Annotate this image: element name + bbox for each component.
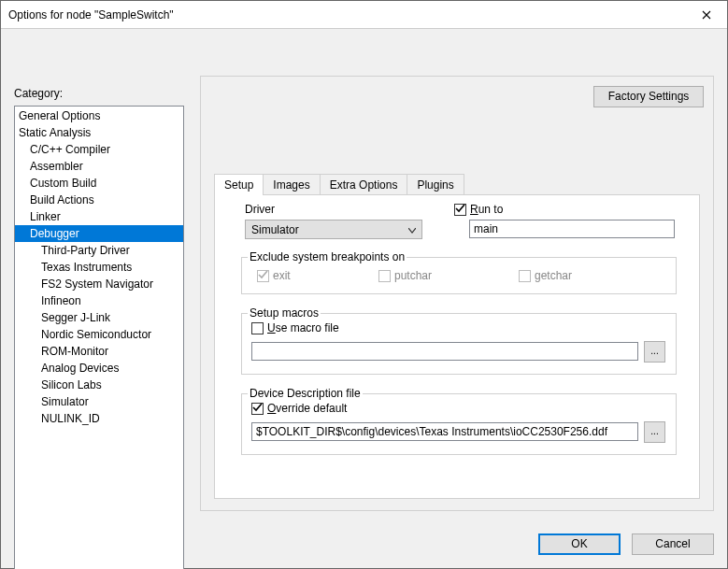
category-item[interactable]: Simulator bbox=[15, 393, 183, 410]
close-icon bbox=[702, 10, 711, 20]
category-item[interactable]: C/C++ Compiler bbox=[15, 141, 183, 158]
driver-dropdown[interactable]: Simulator bbox=[245, 220, 422, 239]
factory-settings-button[interactable]: Factory Settings bbox=[593, 86, 704, 107]
category-item[interactable]: Silicon Labs bbox=[15, 377, 183, 393]
bp-getchar-checkbox bbox=[519, 270, 531, 282]
category-item[interactable]: FS2 System Navigator bbox=[15, 276, 183, 292]
ok-button[interactable]: OK bbox=[538, 533, 621, 555]
category-item[interactable]: Segger J-Link bbox=[15, 309, 183, 326]
bp-getchar-label: getchar bbox=[535, 269, 572, 282]
tab-setup[interactable]: Setup bbox=[214, 174, 264, 195]
dialog-window: Options for node "SampleSwitch" Category… bbox=[0, 0, 728, 569]
category-item[interactable]: Nordic Semiconductor bbox=[15, 326, 183, 343]
exclude-breakpoints-label: Exclude system breakpoints on bbox=[248, 250, 407, 263]
category-item[interactable]: General Options bbox=[15, 107, 183, 124]
dialog-body: Category: General OptionsStatic Analysis… bbox=[1, 29, 727, 568]
use-macro-checkbox[interactable] bbox=[251, 322, 264, 334]
bp-exit-row: exit bbox=[257, 269, 291, 282]
category-item[interactable]: Static Analysis bbox=[15, 124, 183, 141]
ddf-browse-button[interactable]: ... bbox=[644, 421, 665, 443]
exclude-breakpoints-group: Exclude system breakpoints on exit putch… bbox=[241, 257, 677, 294]
category-item[interactable]: Custom Build bbox=[15, 175, 183, 192]
cancel-button[interactable]: Cancel bbox=[632, 533, 714, 555]
run-to-checkbox-row[interactable]: Run to bbox=[454, 203, 503, 216]
category-item[interactable]: Debugger bbox=[15, 225, 183, 242]
category-item[interactable]: Linker bbox=[15, 208, 183, 225]
tab-extra-options[interactable]: Extra Options bbox=[320, 174, 408, 195]
category-item[interactable]: Build Actions bbox=[15, 192, 183, 208]
driver-label: Driver bbox=[245, 203, 275, 216]
override-default-checkbox[interactable] bbox=[251, 403, 264, 415]
setup-macros-label: Setup macros bbox=[248, 306, 321, 320]
ddf-path-input[interactable]: $TOOLKIT_DIR$\config\devices\Texas Instr… bbox=[251, 422, 638, 441]
right-pane: Factory Settings SetupImagesExtra Option… bbox=[200, 76, 714, 511]
category-list[interactable]: General OptionsStatic AnalysisC/C++ Comp… bbox=[14, 106, 184, 569]
run-to-input[interactable]: main bbox=[469, 220, 675, 238]
category-item[interactable]: Infineon bbox=[15, 292, 183, 309]
setup-macros-group: Setup macros Use macro file ... bbox=[241, 313, 677, 375]
category-item[interactable]: Analog Devices bbox=[15, 360, 183, 377]
category-item[interactable]: Texas Instruments bbox=[15, 259, 183, 276]
macro-path-input[interactable] bbox=[251, 342, 638, 361]
category-label: Category: bbox=[14, 87, 63, 100]
use-macro-row[interactable]: Use macro file bbox=[251, 321, 339, 334]
macro-browse-button[interactable]: ... bbox=[644, 341, 665, 363]
bp-exit-checkbox bbox=[257, 270, 269, 282]
window-title: Options for node "SampleSwitch" bbox=[8, 8, 686, 21]
chevron-down-icon bbox=[408, 223, 416, 236]
tab-images[interactable]: Images bbox=[263, 174, 320, 195]
bp-getchar-row: getchar bbox=[519, 269, 572, 282]
bp-putchar-checkbox bbox=[378, 270, 391, 282]
category-item[interactable]: Assembler bbox=[15, 158, 183, 175]
run-to-label: Run to bbox=[470, 203, 503, 216]
driver-selected-value: Simulator bbox=[251, 223, 408, 236]
bp-exit-label: exit bbox=[273, 269, 291, 282]
bp-putchar-row: putchar bbox=[378, 269, 432, 282]
run-to-checkbox[interactable] bbox=[454, 204, 466, 216]
tab-plugins[interactable]: Plugins bbox=[407, 174, 464, 195]
tab-panel-setup: Driver Simulator Run to main Exclude sys… bbox=[214, 194, 700, 499]
category-item[interactable]: Third-Party Driver bbox=[15, 242, 183, 259]
ddf-label: Device Description file bbox=[248, 387, 363, 400]
bp-putchar-label: putchar bbox=[394, 269, 432, 282]
ddf-group: Device Description file Override default… bbox=[241, 393, 677, 455]
use-macro-label: Use macro file bbox=[267, 321, 339, 334]
titlebar: Options for node "SampleSwitch" bbox=[1, 1, 727, 29]
override-default-label: Override default bbox=[267, 402, 347, 415]
category-item[interactable]: NULINK_ID bbox=[15, 410, 183, 427]
close-button[interactable] bbox=[686, 1, 727, 28]
tab-bar: SetupImagesExtra OptionsPlugins bbox=[214, 174, 464, 195]
category-item[interactable]: ROM-Monitor bbox=[15, 343, 183, 360]
override-default-row[interactable]: Override default bbox=[251, 402, 347, 415]
